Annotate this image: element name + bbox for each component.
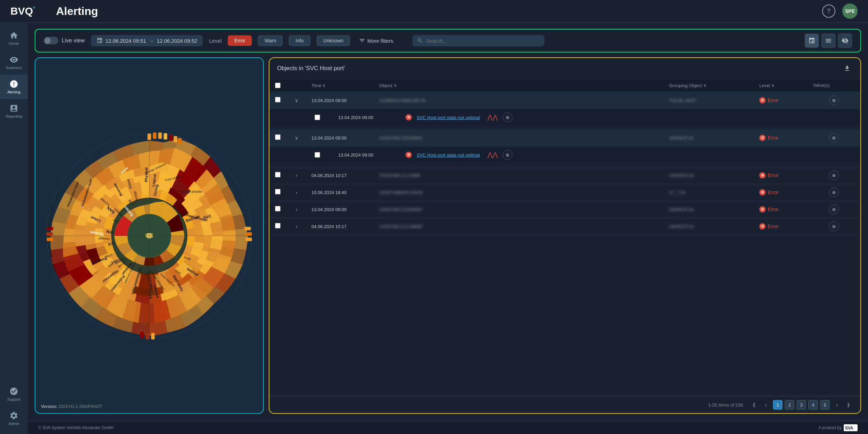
filter-warn-button[interactable]: Warn [258, 35, 283, 46]
cell-object: C050760BAAFC0038 [379, 190, 669, 195]
cell-time: 13.04.2024 09:00 [311, 207, 379, 212]
footer-copyright: © SVA System Vertrieb Alexander GmbH [38, 425, 114, 430]
expand-button[interactable]: ∨ [292, 96, 301, 105]
table-header-time[interactable]: Time ⇅ [311, 83, 379, 88]
table-row: ∨ 13.04.2024 09:00 1C00881C99B21BC39 FSE… [269, 92, 860, 126]
priority-up-icon: ⋀⋀ [487, 151, 498, 159]
chart-view-button[interactable] [805, 34, 819, 48]
alert-panel-title: Objects in 'SVC Host port' [277, 65, 345, 72]
expand-button[interactable]: › [292, 205, 301, 214]
calendar-icon [97, 37, 103, 44]
admin-icon [9, 411, 18, 420]
expand-button[interactable]: › [292, 171, 301, 180]
scanners-icon [9, 55, 18, 64]
page-4-button[interactable]: 4 [808, 400, 818, 410]
page-next-button[interactable]: › [832, 400, 842, 410]
search-input[interactable] [426, 38, 540, 44]
more-filters-button[interactable]: More filters [356, 37, 396, 44]
alerting-icon [9, 80, 18, 89]
page-2-button[interactable]: 2 [785, 400, 794, 410]
page-first-button[interactable]: ⟪ [749, 400, 759, 410]
alert-wheel[interactable]: .wheel-text { font-family: Arial, sans-s… [42, 128, 257, 343]
help-button[interactable]: ? [822, 5, 835, 18]
table-header-level[interactable]: Level ⇅ [759, 83, 813, 88]
filter-error-button[interactable]: Error [228, 35, 252, 46]
cell-object: C050760C25EA0005 [379, 135, 669, 141]
live-view-toggle[interactable]: Live view [44, 37, 85, 44]
expand-button[interactable]: ∨ [292, 134, 301, 142]
sub-magnify-button[interactable]: ⊕ [503, 150, 512, 160]
cell-grouping: SAPHO3F10 [669, 135, 759, 141]
cell-values[interactable]: ⊕ [813, 170, 855, 180]
sidebar-item-reporting[interactable]: Reporting [0, 99, 28, 123]
date-from: 12.06.2024 09:51 [106, 38, 146, 44]
page-5-button[interactable]: 5 [820, 400, 830, 410]
row-checkbox[interactable] [275, 223, 281, 228]
magnify-button[interactable]: ⊕ [829, 133, 839, 143]
cell-values[interactable]: ⊕ [813, 222, 855, 231]
alert-link[interactable]: SVC Host port state not optimal [417, 115, 480, 120]
cell-values[interactable]: ⊕ [813, 133, 855, 143]
export-icon [844, 65, 851, 72]
alert-link[interactable]: SVC Host port state not optimal [417, 152, 480, 158]
magnify-button[interactable]: ⊕ [829, 222, 839, 231]
cell-values[interactable]: ⊕ [813, 187, 855, 197]
page-last-button[interactable]: ⟫ [844, 400, 853, 410]
pagination-info: 1-25 items of 536 [708, 402, 743, 408]
magnify-button[interactable]: ⊕ [829, 205, 839, 214]
row-checkbox[interactable] [275, 172, 281, 177]
date-range[interactable]: 12.06.2024 09:51 → 12.06.2024 09:52 [91, 35, 203, 46]
footer-product: A product by SVA [818, 424, 858, 431]
select-all-checkbox[interactable] [275, 83, 281, 88]
sub-magnify-button[interactable]: ⊕ [503, 112, 512, 122]
cell-values[interactable]: ⊕ [813, 95, 855, 105]
sidebar-item-support[interactable]: Support [0, 382, 28, 406]
sidebar-item-label-home: Home [9, 41, 19, 45]
wheel-panel: .wheel-text { font-family: Arial, sans-s… [35, 57, 264, 414]
user-avatar[interactable]: SPE [842, 3, 858, 19]
sidebar-item-label-scanners: Scanners [6, 66, 22, 70]
sidebar-item-home[interactable]: Home [0, 26, 28, 50]
svg-rect-24 [47, 237, 53, 241]
magnify-button[interactable]: ⊕ [829, 95, 839, 105]
table-row: ∨ 13.04.2024 09:00 C050760C25EA0005 SAPH… [269, 130, 860, 164]
svg-rect-10 [153, 132, 156, 139]
visibility-off-icon [842, 37, 849, 44]
support-icon [9, 387, 18, 396]
sub-time: 13.04.2024 09:00 [338, 152, 401, 158]
page-prev-button[interactable]: ‹ [761, 400, 771, 410]
toggle-switch[interactable] [44, 37, 58, 44]
logo-sup: ° [33, 6, 35, 12]
cell-level: ✕ Error [759, 172, 813, 178]
sidebar-item-scanners[interactable]: Scanners [0, 50, 28, 75]
svg-rect-23 [46, 232, 53, 235]
magnify-button[interactable]: ⊕ [829, 170, 839, 180]
eye-slash-button[interactable] [838, 34, 852, 48]
filter-unknown-button[interactable]: Unknown [317, 35, 350, 46]
more-filters-label: More filters [367, 38, 393, 44]
sidebar-item-admin[interactable]: Admin [0, 406, 28, 431]
export-button[interactable] [842, 63, 853, 74]
expand-button[interactable]: › [292, 222, 301, 231]
magnify-button[interactable]: ⊕ [829, 187, 839, 197]
filter-info-button[interactable]: Info [289, 35, 310, 46]
sub-row-checkbox[interactable] [315, 115, 320, 120]
sidebar-item-label-alerting: Alerting [7, 90, 20, 94]
cell-values[interactable]: ⊕ [813, 205, 855, 214]
page-3-button[interactable]: 3 [796, 400, 806, 410]
row-checkbox[interactable] [275, 134, 281, 140]
cell-grouping: SAPHO3F10 [669, 173, 759, 178]
row-checkbox[interactable] [275, 206, 281, 211]
sidebar-item-alerting[interactable]: Alerting [0, 75, 28, 99]
row-checkbox[interactable] [275, 189, 281, 194]
expand-button[interactable]: › [292, 188, 301, 197]
row-checkbox[interactable] [275, 97, 281, 102]
table-header-object[interactable]: Object ⇅ [379, 83, 669, 88]
sub-row-checkbox[interactable] [315, 152, 320, 158]
svg-text:Storage: Storage [99, 237, 110, 241]
table-header-grouping[interactable]: Grouping Object ⇅ [669, 83, 759, 88]
level-label: Level [209, 38, 222, 44]
cell-level: ✕ Error [759, 97, 813, 103]
list-view-button[interactable] [821, 34, 835, 48]
page-1-button[interactable]: 1 [773, 400, 783, 410]
